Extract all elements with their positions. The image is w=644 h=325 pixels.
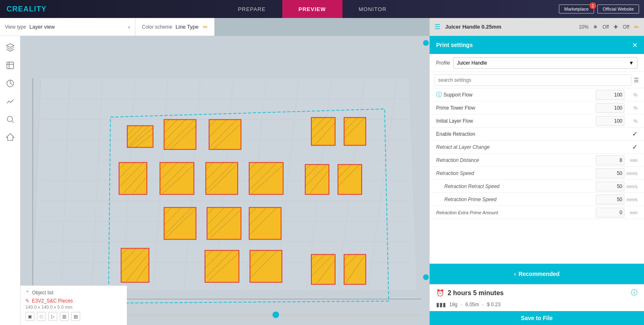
setting-value-retraction-retract-speed: mm/s <box>596 182 637 191</box>
setting-retraction-prime-speed: Retraction Prime Speed mm/s <box>430 193 644 206</box>
setting-input-prime-tower-flow[interactable] <box>596 103 624 113</box>
color-scheme-value: Line Type <box>176 24 203 30</box>
setting-label-support-flow: Support Flow <box>444 92 596 98</box>
nav-tabs: PREPARE PREVIEW MONITOR <box>65 0 559 18</box>
setting-input-retraction-prime-speed[interactable] <box>596 195 624 204</box>
setting-input-retraction-extra-prime[interactable] <box>596 208 624 217</box>
save-to-file-button[interactable]: Save to File <box>430 311 644 325</box>
setting-unit-retraction-retract-speed: mm/s <box>626 184 637 189</box>
svg-rect-119 <box>205 251 239 282</box>
3d-viewport[interactable] <box>20 36 430 325</box>
color-scheme-bar: Color scheme Line Type ✏ <box>135 18 214 36</box>
setting-value-retract-layer-change: ✓ <box>632 143 637 151</box>
setting-prime-tower-flow: Prime Tower Flow % <box>430 101 644 114</box>
object-icons: ▣ □ ▷ ▥ ▧ <box>25 312 122 321</box>
obj-icon-4[interactable]: ▥ <box>60 312 69 321</box>
toolbar-icon-4[interactable] <box>3 94 18 109</box>
setting-retraction-distance: Retraction Distance mm <box>430 154 644 167</box>
official-website-button[interactable]: Official Website <box>597 4 639 13</box>
object-list-title: Object list <box>32 290 54 296</box>
setting-input-retraction-speed[interactable] <box>596 168 624 178</box>
speed-value: Off <box>623 24 629 30</box>
file-percent: 10% <box>579 24 588 30</box>
setting-label-retraction-speed: Retraction Speed <box>436 170 596 176</box>
setting-label-retract-layer-change: Retract at Layer Change <box>436 144 632 150</box>
toolbar-icon-3[interactable] <box>3 76 18 91</box>
tab-monitor[interactable]: MONITOR <box>342 0 403 18</box>
color-scheme-label: Color scheme <box>142 24 172 30</box>
toolbar-icon-5[interactable] <box>3 112 18 127</box>
toolbar-icon-1[interactable] <box>3 40 18 55</box>
setting-value-initial-layer-flow: % <box>596 116 637 126</box>
setting-unit-retraction-extra-prime: mm <box>626 210 637 215</box>
setting-label-retraction-extra-prime: Retraction Extra Prime Amount <box>436 210 596 215</box>
setting-value-support-flow: % <box>596 90 637 100</box>
toolbar-icon-6[interactable] <box>3 130 18 145</box>
vert-slider-bottom[interactable] <box>423 274 429 280</box>
info-icon[interactable]: ⓘ <box>631 289 637 297</box>
svg-rect-78 <box>250 163 283 194</box>
file-edit-icon[interactable]: ✏ <box>634 24 639 30</box>
left-toolbar <box>0 36 20 325</box>
fan-icon: ❅ <box>593 24 597 30</box>
setting-initial-layer-flow: Initial Layer Flow % <box>430 114 644 128</box>
obj-icon-5[interactable]: ▧ <box>71 312 80 321</box>
setting-check-retract-layer-change[interactable]: ✓ <box>632 143 637 151</box>
setting-retraction-extra-prime: Retraction Extra Prime Amount mm <box>430 206 644 219</box>
svg-rect-66 <box>160 163 194 194</box>
svg-rect-42 <box>209 120 241 149</box>
setting-retraction-speed: Retraction Speed mm/s <box>430 167 644 180</box>
recommended-chevron-icon: ‹ <box>514 271 516 277</box>
tab-prepare[interactable]: PREPARE <box>221 0 282 18</box>
setting-input-support-flow[interactable] <box>596 90 624 100</box>
setting-unit-initial-layer-flow: % <box>626 119 637 123</box>
toolbar-icon-2[interactable] <box>3 58 18 73</box>
stats-separator-1: · <box>461 302 462 307</box>
search-input[interactable] <box>435 74 631 86</box>
svg-rect-130 <box>312 255 335 284</box>
obj-icon-1[interactable]: ▣ <box>25 312 34 321</box>
recommended-button[interactable]: ‹ Recommended <box>430 264 644 284</box>
setting-support-flow: ⓘ Support Flow % <box>430 88 644 101</box>
slider-thumb[interactable] <box>272 312 279 318</box>
setting-check-enable-retraction[interactable]: ✓ <box>632 130 637 138</box>
vert-slider-top[interactable] <box>423 40 429 46</box>
setting-value-retraction-extra-prime: mm <box>596 208 637 217</box>
object-list-header[interactable]: ⌃ Object list <box>25 290 122 296</box>
setting-retract-layer-change: Retract at Layer Change ✓ <box>430 141 644 154</box>
object-list: ⌃ Object list ✎ E3V2_S&C Pieces 140.0 x … <box>20 285 127 325</box>
settings-list: ⓘ Support Flow % Prime Tower Flow % Init… <box>430 88 644 264</box>
view-bar-chevron-icon[interactable]: ‹ <box>128 24 130 30</box>
print-time: 2 hours 5 minutes <box>448 289 628 297</box>
time-row: ⏰ 2 hours 5 minutes ⓘ <box>430 285 644 301</box>
obj-icon-2[interactable]: □ <box>37 312 46 321</box>
obj-icon-3[interactable]: ▷ <box>48 312 57 321</box>
svg-rect-48 <box>312 118 335 145</box>
setting-enable-retraction: Enable Retraction ✓ <box>430 128 644 141</box>
setting-label-prime-tower-flow: Prime Tower Flow <box>436 105 596 111</box>
view-type-bar: View type Layer view ‹ <box>0 18 135 36</box>
print-settings-title: Print settings <box>436 42 632 48</box>
setting-input-retraction-retract-speed[interactable] <box>596 182 624 191</box>
setting-input-retraction-distance[interactable] <box>596 155 624 165</box>
stats-weight: 18g <box>449 302 457 307</box>
settings-menu-icon[interactable]: ☰ <box>634 77 639 83</box>
print-settings-panel: Print settings ✕ Profile Juicer Handle ▼… <box>430 36 644 284</box>
svg-rect-59 <box>119 163 146 194</box>
tab-preview[interactable]: PREVIEW <box>282 0 342 18</box>
setting-input-initial-layer-flow[interactable] <box>596 116 624 126</box>
marketplace-button[interactable]: Marketplace 1 <box>559 4 594 13</box>
object-name: E3V2_S&C Pieces <box>32 298 73 304</box>
profile-select[interactable]: Juicer Handle ▼ <box>453 57 637 69</box>
svg-rect-84 <box>306 165 329 194</box>
setting-unit-prime-tower-flow: % <box>626 105 637 110</box>
vertical-layer-slider[interactable] <box>422 36 430 284</box>
profile-row: Profile Juicer Handle ▼ <box>430 54 644 72</box>
print-settings-close-button[interactable]: ✕ <box>632 41 637 49</box>
search-row: ☰ <box>430 72 644 88</box>
recommended-label: Recommended <box>518 271 559 277</box>
setting-value-retraction-distance: mm <box>596 155 637 165</box>
color-scheme-edit-icon[interactable]: ✏ <box>203 24 208 30</box>
file-name: Juicer Handle 0.25mm <box>445 24 574 30</box>
svg-rect-90 <box>338 165 361 194</box>
